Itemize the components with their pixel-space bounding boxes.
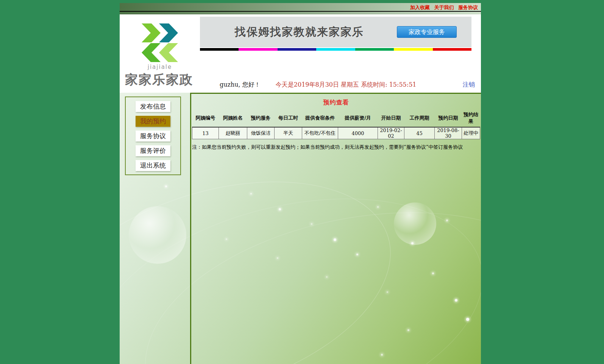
chevron-left-icon [142, 43, 161, 62]
booking-note: 注：如果您当前预约失败，则可以重新发起预约；如果当前预约成功，则无法再发起预约，… [192, 144, 480, 151]
header: jiajiale 家家乐家政 找保姆找家教就来家家乐 家政专业服务 guzhu,… [120, 14, 481, 93]
sidebar-item-publish-info[interactable]: 发布信息 [136, 101, 170, 112]
stripe-magenta [239, 48, 277, 51]
cell-aunt-id: 13 [192, 127, 219, 139]
stripe-blue [278, 48, 316, 51]
col-daily-hours: 每日工时 [275, 110, 302, 127]
top-link-about[interactable]: 关于我们 [434, 5, 454, 10]
greeting-row: guzhu, 您好！ 今天是2019年8月30日 星期五 系统时间: 15:55… [200, 80, 481, 90]
stripe-cyan [316, 48, 355, 51]
table-row: 13 赵晓丽 做饭保洁 半天 不包吃/不包住 4000 2019-02-02 4… [192, 127, 480, 139]
table-header-row: 阿姨编号 阿姨姓名 预约服务 每日工时 提供食宿条件 提供薪资/月 开始日期 工… [192, 110, 480, 127]
top-links: 加入收藏 关于我们 服务协议 [407, 4, 478, 11]
col-booking-date: 预约日期 [435, 110, 462, 127]
col-aunt-id: 阿姨编号 [192, 110, 219, 127]
sidebar-item-service-rating[interactable]: 服务评价 [136, 145, 170, 156]
col-work-period: 工作周期 [404, 110, 435, 127]
cell-service: 做饭保洁 [247, 127, 275, 139]
stripe-black [200, 48, 239, 51]
color-stripes [200, 48, 471, 51]
cell-board-lodging: 不包吃/不包住 [302, 127, 338, 139]
top-link-agreement[interactable]: 服务协议 [458, 5, 478, 10]
top-link-favorite[interactable]: 加入收藏 [410, 5, 430, 10]
cell-start-date: 2019-02-02 [378, 127, 404, 139]
system-date-time: 今天是2019年8月30日 星期五 系统时间: 15:55:51 [276, 81, 417, 89]
sidebar-menu: 发布信息 我的预约 服务协议 服务评价 退出系统 [125, 96, 181, 175]
logout-link[interactable]: 注销 [463, 81, 475, 89]
brand-name-cn: 家家乐家政 [125, 71, 193, 89]
promo-banner: 找保姆找家教就来家家乐 家政专业服务 [200, 17, 471, 47]
content-area: 发布信息 我的预约 服务协议 服务评价 退出系统 预约查看 阿姨编号 阿姨 [120, 93, 481, 364]
professional-service-button[interactable]: 家政专业服务 [397, 26, 457, 38]
banner-slogan: 找保姆找家教就来家家乐 [235, 25, 364, 40]
chevron-right-icon [142, 23, 161, 42]
cell-booking-result: 处理中 [462, 127, 480, 139]
col-aunt-name: 阿姨姓名 [219, 110, 247, 127]
brand-name-en: jiajiale [120, 64, 200, 70]
cell-daily-hours: 半天 [275, 127, 302, 139]
sidebar: 发布信息 我的预约 服务协议 服务评价 退出系统 [120, 93, 190, 364]
stripe-red [433, 48, 471, 51]
booking-table: 阿姨编号 阿姨姓名 预约服务 每日工时 提供食宿条件 提供薪资/月 开始日期 工… [192, 110, 480, 139]
greeting-user: guzhu, 您好！ [220, 81, 261, 89]
top-bar-divider [120, 11, 481, 12]
stripe-green [355, 48, 394, 51]
cell-booking-date: 2019-08-30 [435, 127, 462, 139]
stripe-yellow [394, 48, 432, 51]
col-board-lodging: 提供食宿条件 [302, 110, 338, 127]
chevron-right-icon [159, 23, 178, 42]
col-booking-result: 预约结果 [462, 110, 480, 127]
top-bar: 加入收藏 关于我们 服务协议 [120, 3, 481, 14]
sidebar-item-service-agreement[interactable]: 服务协议 [136, 131, 170, 142]
col-start-date: 开始日期 [378, 110, 404, 127]
cell-work-period: 45 [404, 127, 435, 139]
main-panel: 预约查看 阿姨编号 阿姨姓名 预约服务 每日工时 提供食宿条件 提供薪资/月 [190, 93, 481, 364]
sidebar-item-my-bookings[interactable]: 我的预约 [136, 116, 170, 127]
chevron-left-icon [159, 43, 178, 62]
col-salary: 提供薪资/月 [338, 110, 378, 127]
page-wrapper: 加入收藏 关于我们 服务协议 jiajiale 家家乐家政 找保姆找家教就来家家… [120, 3, 481, 364]
logo: jiajiale 家家乐家政 [120, 14, 200, 93]
col-service: 预约服务 [247, 110, 275, 127]
cell-salary: 4000 [338, 127, 378, 139]
cell-aunt-name: 赵晓丽 [219, 127, 247, 139]
page-title: 预约查看 [192, 99, 480, 107]
sidebar-item-exit-system[interactable]: 退出系统 [136, 160, 170, 171]
logo-chevrons-icon [142, 23, 178, 63]
